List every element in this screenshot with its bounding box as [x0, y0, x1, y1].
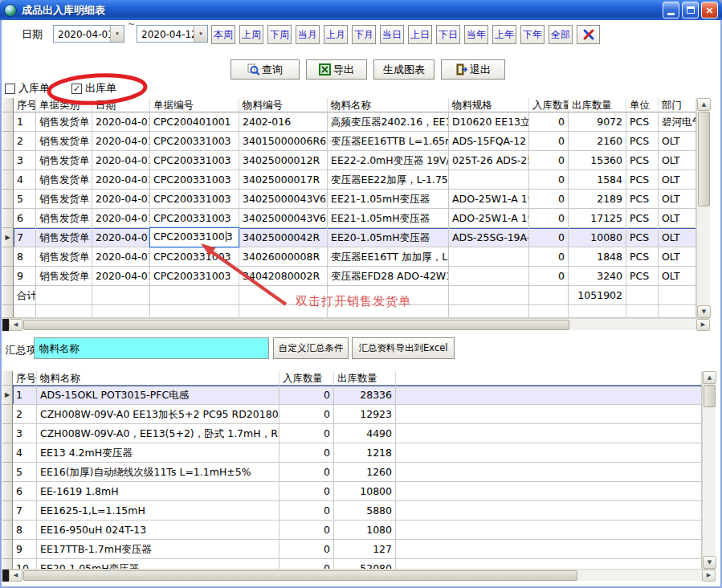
range-button[interactable]: 当年	[464, 25, 488, 44]
column-header[interactable]: 序号	[14, 98, 36, 112]
cell[interactable]	[449, 267, 529, 286]
table-row[interactable]: 5销售发货单2020-04-01CPC20033100334025000043V…	[2, 190, 710, 209]
scroll-right-button[interactable]: ▶	[702, 570, 716, 582]
cell[interactable]: 10080	[569, 228, 626, 247]
cell[interactable]: CPC200331003	[150, 209, 239, 228]
cell-editor[interactable]: CPC200331003	[149, 227, 239, 247]
chevron-down-icon[interactable]: ▾	[194, 26, 207, 42]
cell[interactable]: 34026000008R	[239, 247, 328, 267]
export-button[interactable]: 导出	[306, 59, 367, 80]
scroll-down-button[interactable]: ▼	[703, 556, 716, 569]
cell[interactable]: 8	[13, 521, 37, 540]
cell[interactable]: PCS	[626, 190, 659, 209]
cell[interactable]: PCS	[626, 267, 659, 286]
date-from-select[interactable]: 2020-04-01 ▾	[53, 25, 124, 43]
cell[interactable]: ADO-25W1-A 19(X	[449, 190, 529, 209]
cell[interactable]: 8	[14, 247, 36, 267]
cell[interactable]: EE21-1.05mH变压器	[328, 209, 449, 228]
table-row[interactable]: 1销售发货单2020-04-01CPC2004010012402-016高频变压…	[2, 112, 710, 132]
cell[interactable]: 2020-04-01	[92, 190, 150, 209]
scroll-left-button[interactable]: ◀	[9, 319, 22, 331]
cell[interactable]: 2020-04-01	[92, 267, 150, 286]
table-row[interactable]: 6EE-1619 1.8mH010800	[2, 482, 716, 501]
table-row[interactable]: 3CZH008W-09V-A0，EE13(5+2)，卧式 1.7mH，RD201…	[2, 424, 716, 443]
cell[interactable]: OLT	[659, 228, 696, 247]
chart-button[interactable]: 生成图表	[373, 59, 434, 80]
cell[interactable]: 1	[14, 112, 36, 132]
summary-export-button[interactable]: 汇总资料导出到Excel	[352, 337, 455, 359]
scroll-left-button[interactable]: ◀	[9, 570, 22, 582]
range-button[interactable]: 下周	[267, 25, 292, 44]
cell[interactable]: 10800	[334, 482, 396, 501]
cell[interactable]	[449, 170, 529, 190]
cell[interactable]: 变压器EE16TT 加加厚，L=	[328, 247, 449, 267]
column-header[interactable]: 出库数量	[334, 371, 396, 386]
cell[interactable]: 4	[14, 170, 36, 190]
cell[interactable]: EE22-2.0mH变压器 19V/1.	[328, 151, 449, 170]
range-button[interactable]: 下月	[352, 25, 376, 44]
summary-table-vscrollbar[interactable]: ▲ ▼	[702, 371, 716, 569]
cell[interactable]: 2	[14, 132, 36, 151]
cell[interactable]: OLT	[659, 151, 696, 170]
cell[interactable]: 3	[14, 151, 36, 170]
row-selector[interactable]	[2, 132, 14, 151]
column-header[interactable]: 出库数量	[569, 98, 626, 112]
cell[interactable]: 销售发货单	[36, 112, 92, 132]
cell[interactable]: CPC200331003	[150, 170, 239, 190]
filter-tools-button[interactable]	[577, 25, 600, 44]
cell[interactable]: 17125	[569, 209, 626, 228]
cell[interactable]: 4	[13, 443, 37, 463]
cell[interactable]: 5880	[334, 501, 396, 521]
cell[interactable]: 0	[529, 151, 569, 170]
cell[interactable]: 1584	[569, 170, 626, 190]
cell[interactable]: 销售发货单	[36, 190, 92, 209]
cell[interactable]: 5	[13, 463, 37, 482]
table-row[interactable]: ▶1ADS-15OKL POT3015-PFC电感028336	[2, 386, 716, 405]
range-button[interactable]: 当日	[380, 25, 404, 44]
table-row[interactable]: 2CZH008W-09V-A0 EE13加长5+2 PC95 RD2018020…	[2, 405, 716, 424]
cell[interactable]: 2020-04-01	[92, 228, 150, 247]
cell[interactable]: OLT	[659, 132, 696, 151]
cell[interactable]: ADS-15OKL POT3015-PFC电感	[37, 386, 279, 405]
row-selector[interactable]	[2, 247, 14, 267]
cell[interactable]: CPC200331003	[150, 151, 239, 170]
row-selector[interactable]	[2, 424, 13, 443]
table-row[interactable]: 5EE16(加厚)自动绕线次级11Ts L=1.1mH±5%01260	[2, 463, 716, 482]
cell[interactable]: OLT	[659, 190, 696, 209]
cell[interactable]: 0	[529, 209, 569, 228]
row-selector[interactable]: ▶	[2, 386, 13, 405]
scroll-right-button[interactable]: ▶	[696, 319, 710, 331]
column-header[interactable]: 入库数量	[279, 371, 334, 386]
column-header[interactable]: 部门	[659, 98, 696, 112]
summary-field[interactable]: 物料名称	[34, 337, 269, 359]
exit-button[interactable]: 退出	[441, 59, 505, 80]
row-selector[interactable]	[2, 521, 13, 540]
cell[interactable]: CPC200331003	[150, 132, 239, 151]
cell[interactable]: 变压器EE22加厚，L-1.75m	[328, 170, 449, 190]
hscroll-thumb[interactable]	[23, 320, 569, 330]
scroll-up-button[interactable]: ▲	[697, 98, 711, 111]
checkbox-checked-icon[interactable]: ✓	[71, 84, 82, 94]
outbound-checkbox[interactable]: ✓ 出库单	[71, 81, 116, 96]
cell[interactable]: 销售发货单	[36, 151, 92, 170]
cell[interactable]: PCS	[626, 170, 659, 190]
cell[interactable]: 2160	[569, 132, 626, 151]
range-button[interactable]: 本周	[211, 25, 235, 44]
cell[interactable]: OLT	[659, 247, 696, 267]
table-row[interactable]: 8EE16-950uH 024T-1301080	[2, 521, 716, 540]
cell[interactable]: ADS-15FQA-12 12	[449, 132, 529, 151]
cell[interactable]: EE1625-1,L=1.15mH	[37, 501, 279, 521]
scroll-down-button[interactable]: ▼	[697, 305, 711, 318]
cell[interactable]: CZH008W-09V-A0 EE13加长5+2 PC95 RD20180202	[37, 405, 279, 424]
cell[interactable]: 1260	[334, 463, 396, 482]
cell[interactable]: EE17TTB-1.7mH变压器	[37, 540, 279, 559]
range-button[interactable]: 上年	[492, 25, 516, 44]
row-selector[interactable]	[2, 482, 13, 501]
cell[interactable]: 0	[529, 190, 569, 209]
cell[interactable]: 2020-04-01	[92, 209, 150, 228]
row-selector[interactable]	[2, 443, 13, 463]
row-selector[interactable]	[2, 190, 14, 209]
cell[interactable]: 15360	[569, 151, 626, 170]
cell[interactable]: 9	[14, 267, 36, 286]
table-row[interactable]: 9销售发货单2020-04-01CPC20033100334042080002R…	[2, 267, 710, 286]
